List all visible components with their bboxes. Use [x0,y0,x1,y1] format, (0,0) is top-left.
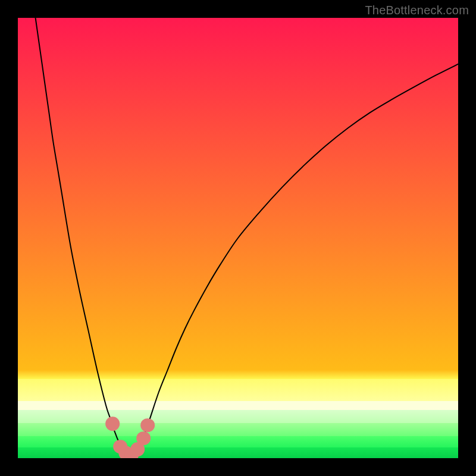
data-marker [140,418,155,433]
chart-frame: TheBottleneck.com [0,0,476,476]
gradient-band [18,401,458,410]
gradient-band [18,18,458,370]
gradient-band [18,423,458,436]
data-marker [105,416,120,431]
data-marker [136,431,151,446]
gradient-band [18,379,458,401]
gradient-band [18,436,458,447]
gradient-band [18,410,458,423]
gradient-band [18,370,458,379]
gradient-band [18,447,458,459]
plot-area [18,18,458,458]
watermark: TheBottleneck.com [365,4,469,17]
